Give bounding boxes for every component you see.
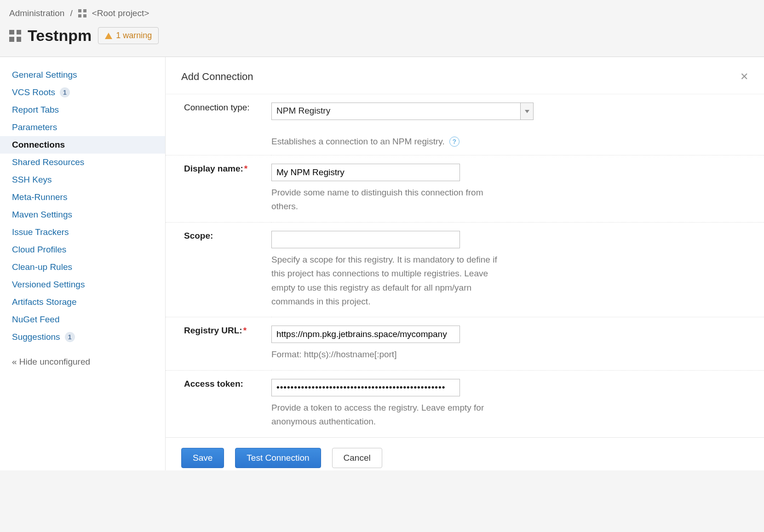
cancel-button[interactable]: Cancel	[332, 448, 382, 468]
registry-url-input[interactable]	[271, 326, 460, 343]
sidebar-item-label: SSH Keys	[12, 175, 52, 185]
connection-type-select[interactable]: NPM Registry	[271, 103, 534, 120]
sidebar-item-cloud-profiles[interactable]: Cloud Profiles	[0, 241, 165, 258]
warning-icon	[105, 33, 112, 39]
test-connection-button[interactable]: Test Connection	[235, 448, 321, 468]
sidebar-item-suggestions[interactable]: Suggestions1	[0, 328, 165, 346]
connection-type-value: NPM Registry	[272, 103, 520, 120]
sidebar-item-label: Report Tabs	[12, 105, 59, 115]
warning-badge[interactable]: 1 warning	[98, 27, 159, 44]
sidebar-item-parameters[interactable]: Parameters	[0, 119, 165, 136]
registry-url-label: Registry URL:	[184, 326, 242, 335]
close-icon[interactable]: ✕	[740, 71, 748, 83]
sidebar-item-label: General Settings	[12, 70, 77, 80]
sidebar: General SettingsVCS Roots1Report TabsPar…	[0, 57, 166, 470]
display-name-label: Display name:	[184, 164, 243, 173]
sidebar-item-nuget-feed[interactable]: NuGet Feed	[0, 311, 165, 328]
sidebar-item-shared-resources[interactable]: Shared Resources	[0, 154, 165, 171]
breadcrumb-admin[interactable]: Administration	[9, 8, 64, 18]
sidebar-item-connections[interactable]: Connections	[0, 136, 165, 154]
sidebar-item-meta-runners[interactable]: Meta-Runners	[0, 189, 165, 206]
scope-hint: Specify a scope for this registry. It is…	[271, 253, 511, 309]
sidebar-item-label: Meta-Runners	[12, 192, 67, 202]
sidebar-item-label: Parameters	[12, 122, 57, 132]
count-badge: 1	[65, 332, 75, 342]
breadcrumb-root[interactable]: <Root project>	[92, 8, 149, 18]
sidebar-item-label: NuGet Feed	[12, 315, 60, 325]
scope-label: Scope:	[166, 222, 271, 317]
sidebar-item-label: Cloud Profiles	[12, 245, 66, 255]
sidebar-item-ssh-keys[interactable]: SSH Keys	[0, 171, 165, 189]
access-token-label: Access token:	[166, 370, 271, 437]
access-token-hint: Provide a token to access the registry. …	[271, 401, 511, 429]
hide-unconfigured-link[interactable]: « Hide unconfigured	[0, 346, 165, 378]
add-connection-panel: Add Connection ✕ Connection type: NPM Re…	[166, 57, 764, 470]
access-token-input[interactable]	[271, 379, 460, 396]
scope-input[interactable]	[271, 231, 460, 248]
project-icon	[78, 9, 86, 17]
sidebar-item-label: Clean-up Rules	[12, 262, 72, 272]
sidebar-item-label: Shared Resources	[12, 157, 84, 167]
project-icon	[9, 30, 21, 42]
sidebar-item-clean-up-rules[interactable]: Clean-up Rules	[0, 258, 165, 276]
sidebar-item-artifacts-storage[interactable]: Artifacts Storage	[0, 293, 165, 311]
sidebar-item-label: Issue Trackers	[12, 227, 69, 237]
sidebar-item-report-tabs[interactable]: Report Tabs	[0, 101, 165, 119]
help-icon[interactable]: ?	[449, 137, 460, 147]
page-title: Testnpm	[28, 27, 92, 45]
sidebar-item-label: Suggestions	[12, 332, 60, 342]
display-name-hint: Provide some name to distinguish this co…	[271, 186, 511, 214]
warning-text: 1 warning	[116, 31, 152, 40]
panel-title: Add Connection	[181, 71, 253, 83]
display-name-input[interactable]	[271, 164, 460, 181]
connection-type-label: Connection type:	[166, 94, 271, 128]
breadcrumb-sep: /	[70, 8, 72, 18]
save-button[interactable]: Save	[181, 448, 224, 468]
sidebar-item-label: Connections	[12, 140, 65, 150]
sidebar-item-label: Versioned Settings	[12, 280, 85, 290]
connection-type-desc: Establishes a connection to an NPM regis…	[271, 137, 445, 147]
breadcrumb: Administration / <Root project>	[0, 0, 764, 25]
sidebar-item-versioned-settings[interactable]: Versioned Settings	[0, 276, 165, 293]
chevron-down-icon	[520, 103, 533, 120]
sidebar-item-label: Maven Settings	[12, 210, 72, 220]
registry-url-hint: Format: http(s)://hostname[:port]	[271, 348, 511, 361]
sidebar-item-issue-trackers[interactable]: Issue Trackers	[0, 223, 165, 241]
sidebar-item-maven-settings[interactable]: Maven Settings	[0, 206, 165, 223]
sidebar-item-label: VCS Roots	[12, 87, 55, 97]
sidebar-item-label: Artifacts Storage	[12, 297, 76, 307]
sidebar-item-general-settings[interactable]: General Settings	[0, 66, 165, 84]
page-header: Testnpm 1 warning	[0, 25, 764, 57]
count-badge: 1	[60, 87, 70, 97]
sidebar-item-vcs-roots[interactable]: VCS Roots1	[0, 84, 165, 101]
